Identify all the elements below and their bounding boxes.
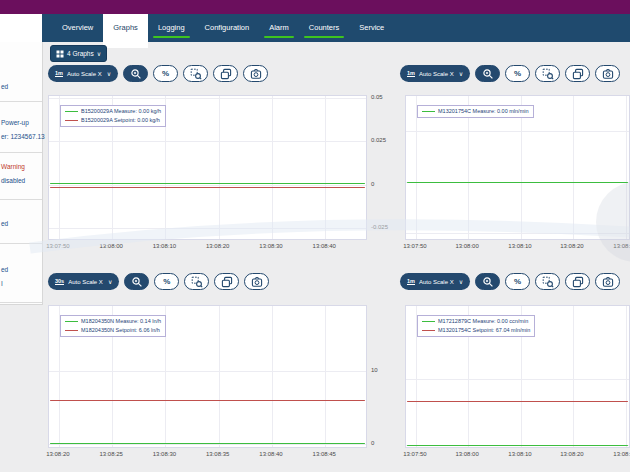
graph-toolbar: 1m Auto Scale X ∨ %: [48, 64, 268, 83]
tab-label: Overview: [62, 23, 93, 32]
x-axis-tick-label: 13:07:50: [46, 243, 69, 249]
zoom-in-button[interactable]: [124, 273, 149, 290]
y-axis-tick-label: -0.025: [371, 224, 388, 230]
nav-left-gap: [0, 14, 42, 42]
tab-logging[interactable]: Logging: [148, 14, 195, 42]
percent-scale-button[interactable]: %: [154, 273, 179, 290]
copy-graph-icon: [572, 276, 584, 288]
time-scale-dropdown[interactable]: 30s Auto Scale X ∨: [48, 273, 119, 290]
scale-mode-label: Auto Scale X: [68, 279, 103, 285]
sidebar-text-fragment: ed: [1, 266, 8, 273]
series-line: [50, 183, 365, 185]
copy-graph-button[interactable]: [565, 273, 590, 290]
y-axis-tick-label: 0: [371, 440, 374, 446]
gridline-vertical: [573, 306, 574, 447]
tab-counters[interactable]: Counters: [299, 14, 349, 42]
scale-mode-label: Auto Scale X: [419, 71, 454, 77]
legend: M18204350N Measure: 0.14 ln/hM18204350N …: [60, 315, 166, 337]
plot-area[interactable]: M13201754C Measure: 0.00 mln/min: [405, 95, 630, 240]
percent-scale-icon: %: [514, 70, 521, 78]
zoom-selection-icon: [190, 68, 202, 80]
plot-area[interactable]: M18204350N Measure: 0.14 ln/hM18204350N …: [48, 305, 367, 448]
zoom-in-button[interactable]: [123, 65, 148, 82]
legend-label: B15200029A Measure: 0.00 kg/h: [81, 108, 161, 115]
sidebar-divider: [0, 302, 42, 303]
zoom-selection-icon: [542, 68, 554, 80]
legend-entry: B15200029A Setpoint: 0.00 kg/h: [65, 117, 161, 124]
percent-scale-button[interactable]: %: [153, 65, 178, 82]
app-window: OverviewGraphsLoggingConfigurationAlarmC…: [0, 0, 630, 472]
x-axis-tick-label: 13:08:20: [560, 243, 583, 249]
plot-area[interactable]: B15200029A Measure: 0.00 kg/hB15200029A …: [48, 95, 367, 240]
copy-graph-button[interactable]: [214, 273, 239, 290]
graph-count-dropdown[interactable]: 4 Graphs ∨: [50, 45, 107, 62]
percent-scale-button[interactable]: %: [505, 273, 530, 290]
zoom-selection-button[interactable]: [183, 65, 208, 82]
legend: B15200029A Measure: 0.00 kg/hB15200029A …: [60, 105, 166, 127]
sidebar-text-fragment: er: 1234567.13: [1, 133, 45, 140]
tab-service[interactable]: Service: [349, 14, 394, 42]
sidebar-divider: [0, 243, 42, 244]
legend-label: M18204350N Measure: 0.14 ln/h: [81, 318, 161, 325]
time-scale-dropdown[interactable]: 1m Auto Scale X ∨: [48, 65, 118, 82]
tab-configuration[interactable]: Configuration: [195, 14, 260, 42]
tab-alarm[interactable]: Alarm: [259, 14, 299, 42]
series-line: [50, 187, 365, 189]
gridline-horizontal: [49, 141, 366, 142]
zoom-in-button[interactable]: [475, 273, 500, 290]
x-axis-tick-label: 13:07:50: [403, 243, 426, 249]
snapshot-button[interactable]: [595, 65, 620, 82]
gridline-vertical: [626, 96, 627, 239]
snapshot-icon: [602, 276, 614, 288]
sidebar-warning-text: Warning: [1, 163, 25, 170]
zoom-selection-button[interactable]: [184, 273, 209, 290]
gridline-horizontal: [49, 185, 366, 186]
x-axis-tick-label: 13:08:10: [153, 243, 176, 249]
snapshot-button[interactable]: [243, 65, 268, 82]
percent-scale-icon: %: [163, 278, 170, 286]
sidebar-divider: [0, 199, 42, 200]
legend-entry: M18204350N Measure: 0.14 ln/h: [65, 318, 161, 325]
x-axis-tick-label: 13:08:40: [259, 451, 282, 457]
x-axis-tick-label: 13:08:20: [560, 451, 583, 457]
series-line: [407, 401, 628, 403]
snapshot-button[interactable]: [244, 273, 269, 290]
scale-mode-label: Auto Scale X: [67, 71, 102, 77]
gridline-vertical: [573, 96, 574, 239]
x-axis-tick-label: 13:08:20: [206, 243, 229, 249]
y-axis-tick-label: 0.05: [371, 94, 383, 100]
legend-swatch: [422, 330, 435, 331]
x-axis-tick-label: 13:08:35: [206, 451, 229, 457]
legend-swatch: [422, 321, 435, 322]
time-scale-dropdown[interactable]: 1m Auto Scale X ∨: [400, 273, 470, 290]
gridline-horizontal: [406, 131, 629, 132]
x-axis-tick-label: 13:08:30: [613, 451, 630, 457]
copy-graph-button[interactable]: [213, 65, 238, 82]
graph-count-label: 4 Graphs: [67, 50, 94, 57]
tab-label: Service: [359, 23, 384, 32]
tab-graphs[interactable]: Graphs: [103, 14, 148, 48]
sidebar-divider: [0, 152, 42, 153]
zoom-selection-button[interactable]: [535, 65, 560, 82]
percent-scale-button[interactable]: %: [505, 65, 530, 82]
series-line: [407, 445, 628, 447]
time-range-icon: 1m: [407, 70, 415, 77]
snapshot-button[interactable]: [595, 273, 620, 290]
snapshot-icon: [251, 276, 263, 288]
plot-area[interactable]: M17212879C Measure: 0.00 ccn/minM1320175…: [405, 305, 630, 448]
gridline-vertical: [219, 96, 220, 239]
x-axis-tick-label: 13:08:30: [259, 243, 282, 249]
zoom-in-button[interactable]: [475, 65, 500, 82]
x-axis-tick-label: 13:08:10: [508, 451, 531, 457]
snapshot-icon: [250, 68, 262, 80]
navbar-tabs: OverviewGraphsLoggingConfigurationAlarmC…: [42, 14, 630, 42]
gridline-horizontal: [49, 371, 366, 372]
graph-toolbar: 30s Auto Scale X ∨ %: [48, 272, 269, 291]
tab-overview[interactable]: Overview: [52, 14, 103, 42]
time-scale-dropdown[interactable]: 1m Auto Scale X ∨: [400, 65, 470, 82]
zoom-selection-button[interactable]: [535, 273, 560, 290]
grid-2x2-icon: [56, 50, 64, 58]
copy-graph-button[interactable]: [565, 65, 590, 82]
titlebar-accent: [0, 0, 630, 14]
legend-entry: M13201754C Setpoint: 67.04 mln/min: [422, 327, 530, 334]
